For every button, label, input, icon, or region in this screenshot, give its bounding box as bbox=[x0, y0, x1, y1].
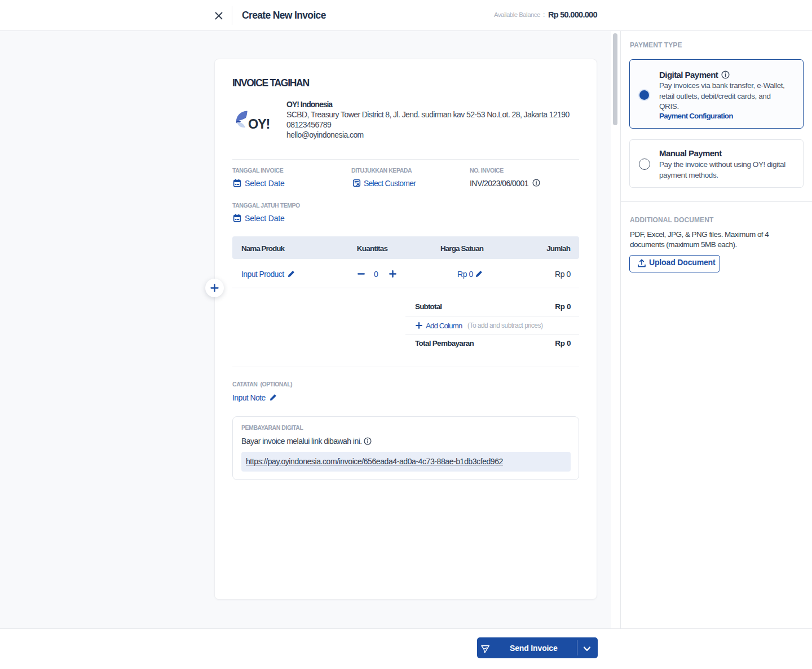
svg-text:OY!: OY! bbox=[248, 117, 270, 130]
